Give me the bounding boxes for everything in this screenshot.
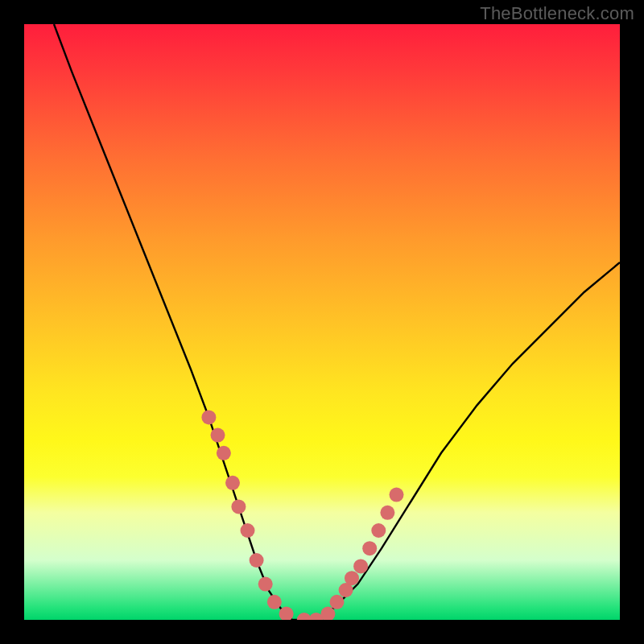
sample-dot	[390, 488, 404, 502]
sample-dot	[345, 571, 359, 585]
chart-svg	[24, 24, 620, 620]
sample-dot	[371, 523, 386, 538]
sample-dot	[267, 595, 282, 609]
sample-dot	[353, 559, 368, 573]
plot-area	[24, 24, 620, 620]
sample-dot	[380, 506, 394, 520]
sample-dot	[250, 553, 264, 568]
sample-dot	[241, 523, 255, 538]
chart-stage: TheBottleneck.com	[0, 0, 644, 644]
sample-dot	[362, 541, 377, 555]
sample-dot	[217, 446, 231, 460]
sample-dot	[330, 595, 345, 609]
sample-dot	[225, 476, 240, 490]
sample-dot	[231, 499, 246, 514]
sample-dot	[201, 410, 216, 424]
sample-dot	[211, 428, 225, 443]
bottleneck-curve	[54, 24, 620, 620]
sample-dot	[258, 577, 273, 592]
sample-points	[201, 410, 403, 620]
watermark-text: TheBottleneck.com	[480, 3, 634, 24]
